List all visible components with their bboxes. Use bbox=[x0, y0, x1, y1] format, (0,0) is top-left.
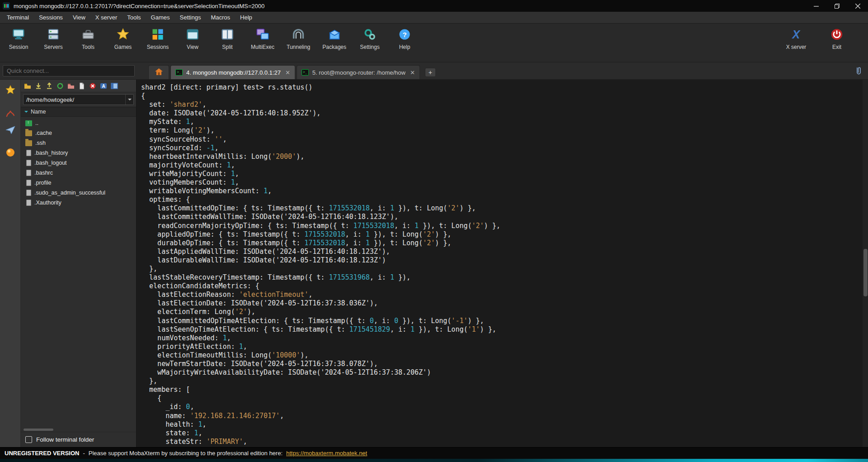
file-row[interactable]: .bash_history bbox=[21, 148, 136, 158]
delete-icon[interactable] bbox=[89, 82, 96, 90]
tab-close-icon[interactable]: ✕ bbox=[409, 69, 415, 76]
file-row[interactable]: .bashrc bbox=[21, 168, 136, 178]
toolbar-button-label: Session bbox=[9, 44, 28, 50]
open-session-folder-icon[interactable] bbox=[24, 82, 31, 90]
folder-icon bbox=[25, 130, 32, 136]
toolbar-button-tunneling[interactable]: Tunneling bbox=[287, 28, 310, 50]
menu-item-x-server[interactable]: X server bbox=[90, 12, 122, 23]
file-row[interactable]: .. bbox=[21, 118, 136, 128]
terminal-line: }, bbox=[141, 265, 868, 273]
file-icon bbox=[26, 160, 31, 166]
hscroll-thumb[interactable] bbox=[24, 429, 53, 431]
download-icon[interactable] bbox=[34, 82, 42, 90]
terminal-line: readConcernMajorityOpTime: { ts: Timesta… bbox=[141, 222, 868, 230]
name-column-header[interactable]: Name bbox=[21, 107, 136, 117]
current-path: /home/howtogeek/ bbox=[26, 96, 74, 103]
close-button[interactable] bbox=[847, 0, 868, 12]
horizontal-scrollbar[interactable] bbox=[21, 427, 136, 432]
terminal-pane[interactable]: shard2 [direct: primary] test> rs.status… bbox=[137, 80, 868, 447]
dropdown-arrow-icon[interactable] bbox=[125, 95, 133, 105]
new-tab-button[interactable]: + bbox=[425, 68, 436, 77]
menu-item-games[interactable]: Games bbox=[146, 12, 175, 23]
game-ball-icon[interactable] bbox=[4, 146, 17, 159]
menu-item-terminal[interactable]: Terminal bbox=[2, 12, 34, 23]
terminal-line: health: 1, bbox=[141, 420, 868, 429]
new-folder-icon[interactable] bbox=[67, 82, 75, 90]
rename-icon[interactable]: A bbox=[99, 82, 107, 90]
terminal-line: writeMajorityCount: 1, bbox=[141, 170, 868, 178]
toolbar-button-view[interactable]: View bbox=[181, 28, 204, 50]
svg-text:A: A bbox=[102, 84, 105, 89]
file-row[interactable]: .Xauthority bbox=[21, 198, 136, 208]
toolbar-button-xserver[interactable]: XX server bbox=[785, 28, 807, 50]
terminal-line: writableVotingMembersCount: 1, bbox=[141, 187, 868, 195]
toolbar-button-tools[interactable]: Tools bbox=[77, 28, 99, 50]
macros-icon[interactable] bbox=[4, 106, 17, 119]
terminal-line: newTermStartDate: ISODate('2024-05-12T16… bbox=[141, 360, 868, 368]
session-tabs: >_ 4. mongosh mongodb://127.0.0.1:27 ✕ >… bbox=[148, 62, 436, 79]
terminal-line: wMajorityWriteAvailabilityDate: ISODate(… bbox=[141, 368, 868, 377]
quick-connect-input[interactable] bbox=[3, 65, 135, 76]
tab-close-icon[interactable]: ✕ bbox=[284, 69, 290, 76]
toolbar-button-label: Packages bbox=[322, 44, 346, 50]
file-name: .ssh bbox=[35, 140, 46, 146]
file-row[interactable]: .sudo_as_admin_successful bbox=[21, 188, 136, 198]
toolbar-button-multiexec[interactable]: MultiExec bbox=[251, 28, 274, 50]
window-controls bbox=[806, 0, 868, 12]
file-name: .bashrc bbox=[34, 170, 53, 176]
file-row[interactable]: .bash_logout bbox=[21, 158, 136, 168]
terminal-line: lastCommittedOpTime: { ts: Timestamp({ t… bbox=[141, 204, 868, 213]
toolbar-button-exit[interactable]: Exit bbox=[826, 28, 848, 50]
toolbar-button-packages[interactable]: Packages bbox=[322, 28, 346, 50]
toolbar-button-servers[interactable]: Servers bbox=[42, 28, 65, 50]
toolbar-button-settings[interactable]: Settings bbox=[359, 28, 381, 50]
file-browser-panel: A /home/howtogeek/ Name ...cache.ssh.bas… bbox=[21, 80, 137, 447]
menu-item-sessions[interactable]: Sessions bbox=[34, 12, 68, 23]
path-dropdown[interactable]: /home/howtogeek/ bbox=[23, 94, 134, 105]
file-row[interactable]: .ssh bbox=[21, 138, 136, 148]
restore-button[interactable] bbox=[826, 0, 847, 12]
toolbar-button-help[interactable]: ?Help bbox=[393, 28, 416, 50]
toolbar-button-session[interactable]: Session bbox=[7, 28, 30, 50]
mobatek-link[interactable]: https://mobaxterm.mobatek.net bbox=[286, 450, 367, 457]
games-icon bbox=[116, 28, 130, 41]
tab-session-5[interactable]: >_ 5. root@moongo-router: /home/how ✕ bbox=[297, 65, 420, 79]
file-row[interactable]: .profile bbox=[21, 178, 136, 188]
new-file-icon[interactable] bbox=[78, 82, 85, 90]
menu-item-macros[interactable]: Macros bbox=[206, 12, 235, 23]
toolbar-button-split[interactable]: Split bbox=[216, 28, 239, 50]
refresh-icon[interactable] bbox=[56, 82, 64, 90]
file-name: .cache bbox=[35, 130, 52, 136]
file-row[interactable]: .cache bbox=[21, 128, 136, 138]
terminal-line: state: 1, bbox=[141, 429, 868, 438]
file-name: .. bbox=[35, 120, 38, 126]
toolbar-button-label: Settings bbox=[360, 44, 379, 50]
tab-session-4[interactable]: >_ 4. mongosh mongodb://127.0.0.1:27 ✕ bbox=[170, 65, 295, 79]
menu-item-settings[interactable]: Settings bbox=[175, 12, 206, 23]
terminal-line: _id: 0, bbox=[141, 403, 868, 411]
toolbar-button-sessions[interactable]: Sessions bbox=[146, 28, 169, 50]
tab-home[interactable] bbox=[148, 65, 169, 79]
terminal-line: numVotesNeeded: 1, bbox=[141, 334, 868, 343]
paperclip-icon[interactable] bbox=[854, 67, 863, 76]
terminal-scrollbar[interactable] bbox=[863, 80, 868, 447]
terminal-line: votingMembersCount: 1, bbox=[141, 178, 868, 187]
bottom-accent-strip bbox=[0, 459, 868, 462]
upload-icon[interactable] bbox=[45, 82, 53, 90]
follow-terminal-checkbox[interactable] bbox=[25, 436, 32, 443]
toolbar-button-games[interactable]: Games bbox=[112, 28, 134, 50]
menu-item-view[interactable]: View bbox=[68, 12, 90, 23]
terminal-scroll-thumb[interactable] bbox=[863, 249, 868, 297]
mobaxterm-logo-icon bbox=[3, 2, 10, 10]
minimize-button[interactable] bbox=[806, 0, 826, 12]
toggle-panel-icon[interactable] bbox=[110, 82, 118, 90]
menu-item-help[interactable]: Help bbox=[235, 12, 257, 23]
terminal-line: date: ISODate('2024-05-12T16:40:18.952Z'… bbox=[141, 109, 868, 118]
menu-item-tools[interactable]: Tools bbox=[122, 12, 146, 23]
folder-icon bbox=[25, 140, 32, 146]
menu-bar: TerminalSessionsViewX serverToolsGamesSe… bbox=[0, 12, 868, 24]
paper-plane-icon[interactable] bbox=[4, 123, 17, 137]
toolbar-button-label: Help bbox=[399, 44, 410, 50]
favorites-star-icon[interactable] bbox=[4, 83, 17, 97]
terminal-line: lastCommittedWallTime: ISODate('2024-05-… bbox=[141, 213, 868, 221]
